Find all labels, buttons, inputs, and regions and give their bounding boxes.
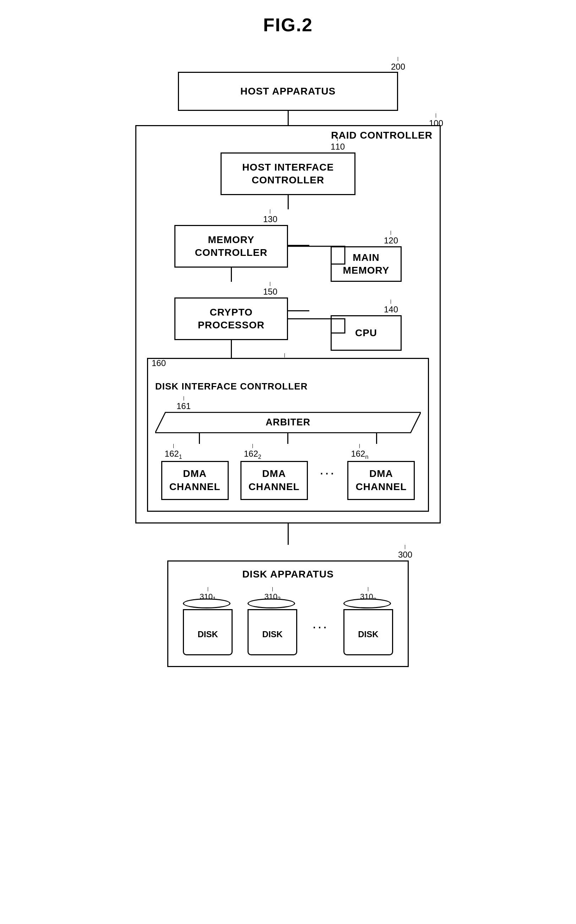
mc-col: 130 MEMORYCONTROLLER [174, 209, 288, 282]
disk-apparatus-label: DISK APPARATUS [242, 569, 334, 580]
cp-cpu-connector [288, 310, 309, 311]
mc-box: MEMORYCONTROLLER [174, 225, 288, 268]
dma-box-2: DMACHANNEL [240, 461, 308, 500]
ref-300: 300 [398, 545, 412, 560]
mc-mm-row: 130 MEMORYCONTROLLER [147, 209, 429, 282]
disk-label-1: DISK [197, 629, 218, 639]
mc-mm-connector [288, 245, 309, 246]
host-apparatus-box: HOST APPARATUS [178, 72, 398, 111]
dma-label-n: DMACHANNEL [355, 467, 406, 493]
disk-label-n: DISK [358, 629, 378, 639]
arbiter-wrapper: 161 ARBITER [155, 396, 421, 444]
cp-box: CRYPTOPROCESSOR [174, 297, 288, 340]
disk-col-2: 3102 DISK [248, 587, 297, 655]
disk-apparatus-box: DISK APPARATUS 3101 DISK 3102 [167, 560, 409, 667]
disk-dots-col: ... [312, 587, 328, 632]
dma-col-n: 162n DMACHANNEL [347, 444, 415, 500]
dma-box-1: DMACHANNEL [161, 461, 229, 500]
dots-label: ... [320, 462, 336, 478]
mm-label: MAINMEMORY [343, 251, 390, 277]
host-apparatus-label: HOST APPARATUS [240, 85, 336, 98]
line-host-to-raid [288, 111, 289, 125]
ref-162-2: 1622 [244, 444, 261, 460]
figure-title: FIG.2 [263, 14, 313, 35]
hic-label: HOST INTERFACECONTROLLER [242, 161, 334, 187]
ref-162-n: 162n [351, 444, 368, 460]
ref-130: 130 [263, 209, 277, 224]
dma-box-n: DMACHANNEL [347, 461, 415, 500]
disk-cylinder-n: DISK [343, 604, 393, 655]
cp-col: 150 CRYPTOPROCESSOR [174, 282, 288, 358]
disk-row: 3101 DISK 3102 DISK [175, 587, 401, 655]
ref-110: 110 [331, 137, 345, 152]
ref-100: 100 [429, 113, 443, 128]
dma-col-1: 1621 DMACHANNEL [161, 444, 229, 500]
mm-col: 120 MAINMEMORY [331, 231, 402, 282]
disk-dots: ... [312, 616, 328, 632]
dma-label-2: DMACHANNEL [249, 467, 300, 493]
cpu-col: 140 CPU [331, 300, 402, 351]
arbiter-shape: ARBITER [155, 412, 421, 433]
line-hic-to-mc [288, 195, 289, 209]
ref-160: 160 [152, 353, 417, 368]
cpu-box: CPU [331, 315, 402, 351]
mc-label: MEMORYCONTROLLER [195, 234, 267, 260]
line-mc-to-cp [231, 268, 232, 282]
cp-cpu-row: 150 CRYPTOPROCESSOR 140 [147, 282, 429, 358]
hic-box: HOST INTERFACECONTROLLER [221, 152, 355, 195]
disk-apparatus-wrapper: 300 DISK APPARATUS 3101 DISK 3102 [128, 545, 448, 667]
hic-wrapper: 110 HOST INTERFACECONTROLLER [147, 137, 429, 209]
cp-label: CRYPTOPROCESSOR [198, 306, 264, 332]
diagram-container: FIG.2 200 HOST APPARATUS 100 RAID CONTRO… [128, 14, 448, 667]
dic-wrapper: 160 DISK INTERFACE CONTROLLER 161 ARBITE… [147, 358, 429, 512]
host-apparatus-wrapper: 200 HOST APPARATUS [128, 57, 448, 125]
disk-cylinder-1: DISK [183, 604, 233, 655]
line-dic-to-disk [288, 523, 289, 545]
ref-200: 200 [391, 57, 405, 72]
dma-row: 1621 DMACHANNEL 1622 DMACHANNEL [155, 444, 421, 500]
hline-cp-cpu [288, 310, 309, 311]
mm-box: MAINMEMORY [331, 246, 402, 282]
ref-161: 161 [176, 396, 191, 411]
dots-col: ... [320, 444, 336, 478]
ref-162-1: 1621 [165, 444, 182, 460]
dma-col-2: 1622 DMACHANNEL [240, 444, 308, 500]
arbiter-dma-lines [155, 433, 421, 444]
hline-mc-mm [288, 245, 309, 246]
dma-label-1: DMACHANNEL [170, 467, 221, 493]
cpu-label: CPU [355, 327, 377, 339]
svg-text:ARBITER: ARBITER [266, 417, 310, 428]
disk-col-n: 310n DISK [343, 587, 393, 655]
dic-title-text: DISK INTERFACE CONTROLLER [155, 381, 421, 392]
ref-140: 140 [384, 300, 398, 314]
disk-cylinder-2: DISK [248, 604, 297, 655]
ref-120: 120 [384, 231, 398, 245]
disk-label-2: DISK [262, 629, 283, 639]
disk-col-1: 3101 DISK [183, 587, 233, 655]
raid-inner: 110 HOST INTERFACECONTROLLER 130 MEMORYC… [147, 137, 429, 512]
ref-150: 150 [263, 282, 277, 297]
raid-controller-wrapper: 100 RAID CONTROLLER 110 HOST INTERFACECO… [135, 125, 441, 523]
